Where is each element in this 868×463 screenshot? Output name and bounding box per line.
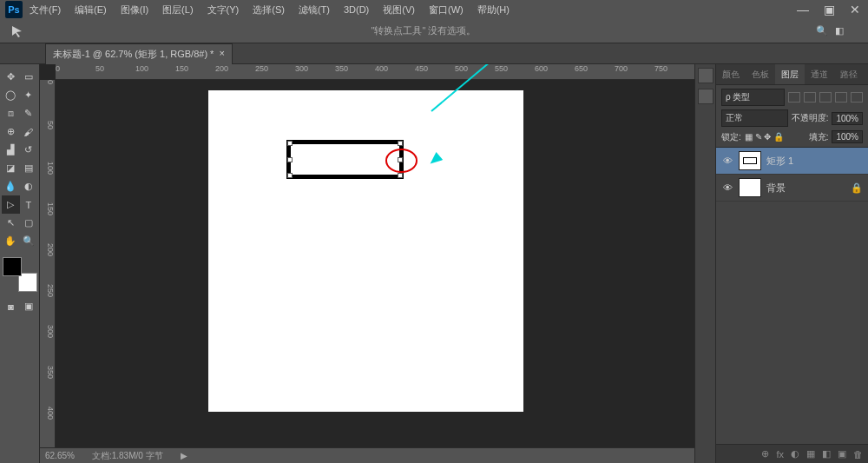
menu-select[interactable]: 选择(S): [246, 3, 292, 17]
status-bar: 62.65% 文档:1.83M/0 字节 ▶: [40, 447, 694, 463]
layer-thumbnail[interactable]: [739, 178, 761, 197]
layer-footer: ⊕ fx ◐ ▦ ◧ ▣ 🗑: [716, 444, 868, 463]
move-tool[interactable]: ✥: [2, 68, 20, 86]
dodge-tool[interactable]: ◐: [20, 177, 38, 195]
hand-tool[interactable]: ✋: [2, 232, 20, 250]
annotation-circle: [385, 149, 418, 173]
app-logo: Ps: [5, 1, 23, 18]
history-brush-tool[interactable]: ↺: [20, 141, 38, 159]
opacity-label: 不透明度:: [792, 112, 829, 124]
fx-icon[interactable]: fx: [776, 449, 784, 460]
filter-icon[interactable]: [835, 92, 847, 103]
options-message: "转换点工具" 没有选项。: [31, 24, 816, 37]
menu-edit[interactable]: 编辑(E): [68, 3, 114, 17]
window-maximize[interactable]: ▣: [816, 3, 842, 17]
lasso-tool[interactable]: ◯: [2, 86, 20, 104]
artboard-tool[interactable]: ▭: [20, 68, 38, 86]
eraser-tool[interactable]: ◪: [2, 159, 20, 177]
transform-handle[interactable]: [398, 141, 403, 146]
menu-filter[interactable]: 滤镜(T): [292, 3, 337, 17]
tab-swatches[interactable]: 色板: [746, 64, 775, 84]
shape-tool[interactable]: ▢: [20, 214, 38, 232]
window-close[interactable]: ✕: [842, 3, 868, 17]
layer-row[interactable]: 👁 背景 🔒: [716, 175, 868, 202]
trash-icon[interactable]: 🗑: [853, 449, 863, 460]
lock-icon[interactable]: ▦ ✎ ✥ 🔒: [745, 132, 784, 142]
zoom-level[interactable]: 62.65%: [45, 451, 75, 460]
lock-label: 锁定:: [721, 131, 741, 143]
menu-3d[interactable]: 3D(D): [337, 4, 376, 15]
opacity-value[interactable]: 100%: [832, 112, 863, 125]
blend-mode[interactable]: 正常: [721, 109, 788, 127]
stamp-tool[interactable]: ▟: [2, 141, 20, 159]
new-layer-icon[interactable]: ▣: [838, 448, 846, 460]
visibility-icon[interactable]: 👁: [721, 155, 733, 166]
path-select-tool[interactable]: ↖: [2, 214, 20, 232]
eyedropper-tool[interactable]: ✎: [20, 104, 38, 122]
menu-help[interactable]: 帮助(H): [470, 3, 516, 17]
status-arrow-icon[interactable]: ▶: [181, 451, 187, 460]
menu-window[interactable]: 窗口(W): [422, 3, 470, 17]
transform-handle[interactable]: [398, 173, 403, 178]
quickmask-tool[interactable]: ◙: [2, 297, 20, 315]
color-swatches[interactable]: [3, 257, 37, 292]
tab-title: 未标题-1 @ 62.7% (矩形 1, RGB/8#) *: [53, 48, 214, 61]
wand-tool[interactable]: ✦: [20, 86, 38, 104]
filter-icon[interactable]: [851, 92, 863, 103]
layer-row[interactable]: 👁 矩形 1: [716, 148, 868, 175]
search-icon[interactable]: 🔍: [816, 25, 828, 36]
tab-close[interactable]: ×: [219, 48, 224, 61]
pen-tool[interactable]: ▷: [2, 195, 20, 214]
ruler-horizontal: 0501001502002503003504004505005506006507…: [56, 64, 694, 80]
heal-tool[interactable]: ⊕: [2, 122, 20, 141]
brush-tool[interactable]: 🖌: [20, 122, 38, 141]
zoom-tool[interactable]: 🔍: [20, 232, 38, 250]
dock-icon[interactable]: [698, 89, 713, 104]
workspace-icon[interactable]: ◧: [835, 25, 844, 36]
menu-type[interactable]: 文字(Y): [201, 3, 247, 17]
dock-icon[interactable]: [698, 68, 713, 83]
tab-paths[interactable]: 路径: [834, 64, 864, 84]
filter-icon[interactable]: [788, 92, 800, 103]
document-tab[interactable]: 未标题-1 @ 62.7% (矩形 1, RGB/8#) * ×: [45, 43, 233, 64]
layer-options: ρ 类型 正常 不透明度: 100% 锁定: ▦ ✎ ✥ 🔒 填充:: [716, 85, 868, 148]
lock-icon: 🔒: [851, 182, 863, 194]
foreground-color[interactable]: [3, 257, 22, 276]
fill-value[interactable]: 100%: [832, 130, 863, 143]
document-area: 0501001502002503003504004505005506006507…: [40, 64, 694, 463]
link-layers-icon[interactable]: ⊕: [761, 448, 769, 460]
type-tool[interactable]: T: [20, 195, 38, 214]
transform-handle[interactable]: [287, 173, 293, 178]
blur-tool[interactable]: 💧: [2, 177, 20, 195]
menubar: Ps 文件(F) 编辑(E) 图像(I) 图层(L) 文字(Y) 选择(S) 滤…: [0, 0, 868, 19]
panel-dock: [695, 64, 716, 463]
mask-icon[interactable]: ◐: [791, 448, 799, 460]
toolbox: ✥▭ ◯✦ ⧈✎ ⊕🖌 ▟↺ ◪▤ 💧◐ ▷T ↖▢ ✋🔍 ◙▣: [0, 64, 40, 463]
canvas[interactable]: [208, 90, 523, 412]
gradient-tool[interactable]: ▤: [20, 159, 38, 177]
crop-tool[interactable]: ⧈: [2, 104, 20, 122]
menu-file[interactable]: 文件(F): [23, 3, 68, 17]
layer-list: 👁 矩形 1 👁 背景 🔒: [716, 148, 868, 444]
adjustment-icon[interactable]: ▦: [806, 448, 815, 460]
screenmode-tool[interactable]: ▣: [20, 297, 38, 315]
layer-name[interactable]: 背景: [766, 182, 786, 195]
visibility-icon[interactable]: 👁: [721, 182, 733, 193]
fill-label: 填充:: [809, 131, 829, 143]
menu-view[interactable]: 视图(V): [376, 3, 422, 17]
current-tool-icon[interactable]: [5, 23, 31, 40]
layer-kind-filter[interactable]: ρ 类型: [721, 89, 785, 106]
tab-color[interactable]: 颜色: [716, 64, 746, 84]
transform-handle[interactable]: [287, 141, 293, 146]
tab-layers[interactable]: 图层: [775, 64, 805, 84]
filter-icon[interactable]: [819, 92, 832, 103]
window-minimize[interactable]: —: [790, 3, 816, 17]
filter-icon[interactable]: [804, 92, 816, 103]
layer-thumbnail[interactable]: [739, 151, 761, 170]
group-icon[interactable]: ◧: [822, 448, 831, 460]
menu-layer[interactable]: 图层(L): [155, 3, 200, 17]
tab-channels[interactable]: 通道: [805, 64, 834, 84]
menu-image[interactable]: 图像(I): [114, 3, 155, 17]
layer-name[interactable]: 矩形 1: [766, 155, 793, 168]
transform-handle[interactable]: [287, 157, 293, 162]
